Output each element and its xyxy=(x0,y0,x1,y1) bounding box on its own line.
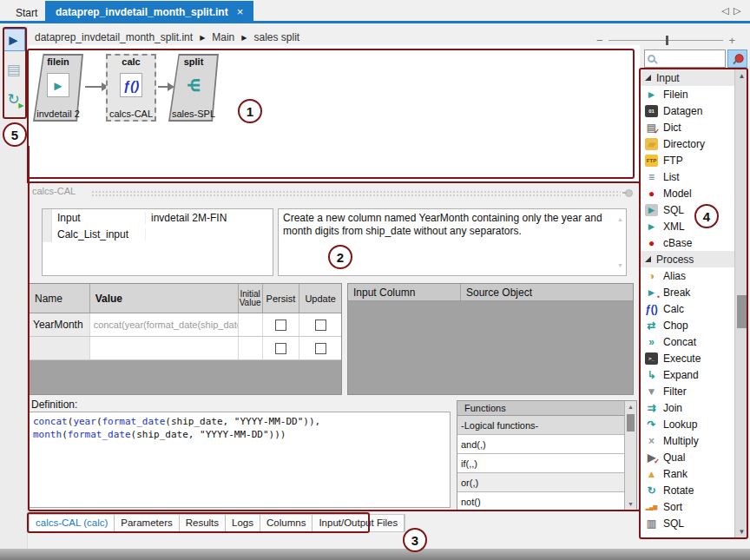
sidebar-item-dict[interactable]: ▤✓Dict xyxy=(641,119,747,135)
sidebar-item-filein[interactable]: ►Filein xyxy=(641,86,747,102)
zoom-in-icon[interactable]: + xyxy=(728,34,735,47)
sidebar-item-sort[interactable]: ▂▄▆Sort xyxy=(641,498,747,515)
flow-canvas[interactable]: filein ► invdetail 2 calc ƒ() calcs-CAL … xyxy=(29,45,640,183)
function-item[interactable]: or(,) xyxy=(457,473,626,492)
input-value[interactable]: invdetail 2M-FIN xyxy=(146,212,273,224)
bottom-tab[interactable]: calcs-CAL (calc) xyxy=(30,515,115,531)
close-icon[interactable]: × xyxy=(237,1,244,23)
bottom-tab[interactable]: Parameters xyxy=(115,515,179,531)
bottom-tab[interactable]: Results xyxy=(180,515,226,531)
sidebar-item-rotate[interactable]: ↻Rotate xyxy=(641,482,747,498)
update-checkbox[interactable] xyxy=(315,320,326,331)
sidebar-item-datagen[interactable]: 01Datagen xyxy=(641,102,747,119)
function-item[interactable]: if(,,) xyxy=(457,454,626,473)
zoom-track[interactable] xyxy=(609,40,724,41)
function-item[interactable]: -Logical functions- xyxy=(457,416,626,435)
input-label: Calc_List_input xyxy=(52,228,146,240)
sidebar-item-list[interactable]: ≡List xyxy=(641,168,747,185)
column-header[interactable]: Update xyxy=(299,284,341,313)
refresh-run-icon[interactable]: ↻▶ xyxy=(3,88,25,110)
tab-scroll-right-icon[interactable]: ▷ xyxy=(734,5,740,16)
description-box[interactable]: Create a new column named YearMonth cont… xyxy=(278,208,627,276)
sidebar-item-sql[interactable]: ►SQL xyxy=(641,201,747,218)
column-header[interactable]: Value xyxy=(90,284,239,313)
function-item[interactable]: and(,) xyxy=(457,435,626,454)
run-filter-icon[interactable]: ► xyxy=(3,29,25,51)
tab-bar: Start dataprep_invdetail_month_split.int… xyxy=(0,0,750,23)
sidebar-item-sql[interactable]: ▥SQL xyxy=(641,515,747,531)
document-icon[interactable]: ▤ xyxy=(3,58,25,81)
sidebar-item-expand[interactable]: ↳Expand xyxy=(641,366,747,383)
node-name-label: invdetail 2 xyxy=(36,109,80,119)
sidebar-item-ftp[interactable]: FTPFTP xyxy=(641,152,747,168)
persist-checkbox[interactable] xyxy=(275,320,286,331)
input-row[interactable]: Input invdetail 2M-FIN xyxy=(43,209,273,226)
functions-scrollbar[interactable]: ▲ ▼ xyxy=(624,401,636,510)
column-header[interactable]: Input Column xyxy=(348,284,461,300)
update-checkbox[interactable] xyxy=(315,343,326,354)
breadcrumb-item[interactable]: dataprep_invdetail_month_split.int xyxy=(35,31,193,43)
sidebar-item-calc[interactable]: ƒ()Calc xyxy=(641,300,747,317)
scroll-down-icon[interactable]: ▼ xyxy=(625,501,636,507)
dict-icon: ▤✓ xyxy=(645,122,658,134)
definition-editor[interactable]: concat(year(format_date(ship_date, "YYYY… xyxy=(29,412,451,508)
bottom-tab[interactable]: Columns xyxy=(260,515,312,531)
column-header[interactable]: Persist xyxy=(263,284,300,313)
scroll-up-icon[interactable]: ▲ xyxy=(625,404,636,410)
scroll-up-icon[interactable]: ▲ xyxy=(617,213,623,226)
panel-pin-icon[interactable] xyxy=(622,187,633,197)
sidebar-item-execute[interactable]: >_Execute xyxy=(641,350,747,366)
rotate-icon: ↻ xyxy=(645,484,658,497)
sidebar-item-model[interactable]: ●Model xyxy=(641,185,747,201)
bottom-tab[interactable]: Logs xyxy=(226,515,260,531)
palette-scrollbar[interactable]: ▲ ▼ xyxy=(734,69,747,538)
io-columns-grid: Input Column Source Object xyxy=(347,283,634,395)
lookup-icon: ↷ xyxy=(645,418,658,431)
node-filein[interactable]: filein ► invdetail 2 xyxy=(33,54,83,122)
tab-start[interactable]: Start xyxy=(2,3,51,23)
sidebar-item-lookup[interactable]: ↷Lookup xyxy=(641,416,747,432)
sidebar-item-xml[interactable]: ►XML xyxy=(641,218,747,234)
left-toolbar: ►▤↻▶ xyxy=(0,26,28,549)
sidebar-item-alias[interactable]: ◑Alias xyxy=(641,267,747,284)
sidebar-item-break[interactable]: ►▪Break xyxy=(641,284,747,300)
function-item[interactable]: not() xyxy=(457,492,626,511)
sidebar-item-rank[interactable]: ▲Rank xyxy=(641,465,747,482)
tab-scroll-left-icon[interactable]: ◁ xyxy=(721,5,728,16)
sidebar-group-input[interactable]: Input xyxy=(641,69,747,86)
persist-checkbox[interactable] xyxy=(275,343,286,354)
sidebar-item-concat[interactable]: »Concat xyxy=(641,333,747,350)
scroll-down-icon[interactable]: ▼ xyxy=(617,259,623,272)
zoom-thumb[interactable] xyxy=(666,36,668,45)
search-input[interactable] xyxy=(658,52,719,66)
sidebar-item-qual[interactable]: ▶✓Qual xyxy=(641,449,747,465)
funnel-icon: ▼ xyxy=(645,385,658,398)
sidebar-item-directory[interactable]: ▰Directory xyxy=(641,135,747,152)
breadcrumb-item[interactable]: Main xyxy=(212,31,234,43)
sidebar-item-multiply[interactable]: ×Multiply xyxy=(641,432,747,449)
scroll-up-icon[interactable]: ▲ xyxy=(735,72,748,80)
node-calc[interactable]: calc ƒ() calcs-CAL xyxy=(106,54,156,122)
pin-button[interactable] xyxy=(727,49,747,68)
break-icon: ►▪ xyxy=(645,287,658,299)
zoom-slider[interactable]: − + xyxy=(596,34,735,46)
sidebar-item-cbase[interactable]: ●cBase xyxy=(641,234,747,251)
column-header[interactable]: Source Object xyxy=(461,284,633,300)
sidebar-item-filter[interactable]: ▼Filter xyxy=(641,383,747,399)
column-header[interactable]: Initial Value xyxy=(239,284,263,313)
column-header[interactable]: Name xyxy=(30,284,90,313)
scroll-thumb[interactable] xyxy=(627,414,635,432)
sidebar-group-process[interactable]: Process xyxy=(641,251,747,267)
calc-grid-header: Name Value Initial Value Persist Update xyxy=(30,284,341,313)
input-row[interactable]: Calc_List_input xyxy=(43,226,273,242)
node-split[interactable]: split Ψ sales-SPL xyxy=(168,54,219,122)
bottom-tab[interactable]: Input/Output Files xyxy=(312,515,405,531)
breadcrumb-item[interactable]: sales split xyxy=(253,31,299,43)
join-icon: ⇉ xyxy=(645,402,658,414)
tab-active-document[interactable]: dataprep_invdetail_month_split.int × xyxy=(45,1,253,23)
sidebar-item-join[interactable]: ⇉Join xyxy=(641,399,747,416)
functions-header: Functions xyxy=(457,401,626,416)
scroll-thumb[interactable] xyxy=(737,295,747,328)
sidebar-item-chop[interactable]: ⇄Chop xyxy=(641,317,747,333)
scroll-down-icon[interactable]: ▼ xyxy=(735,528,748,536)
